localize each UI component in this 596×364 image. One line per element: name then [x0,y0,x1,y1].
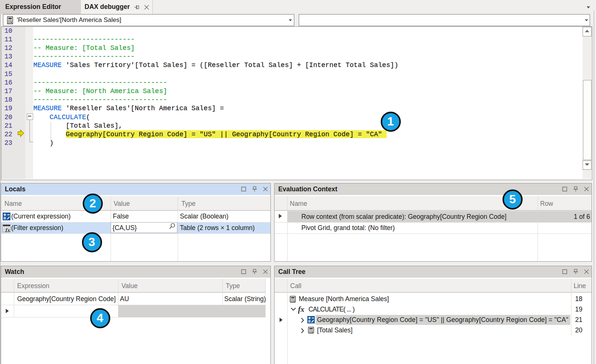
svg-text:fx: fx [6,227,10,232]
